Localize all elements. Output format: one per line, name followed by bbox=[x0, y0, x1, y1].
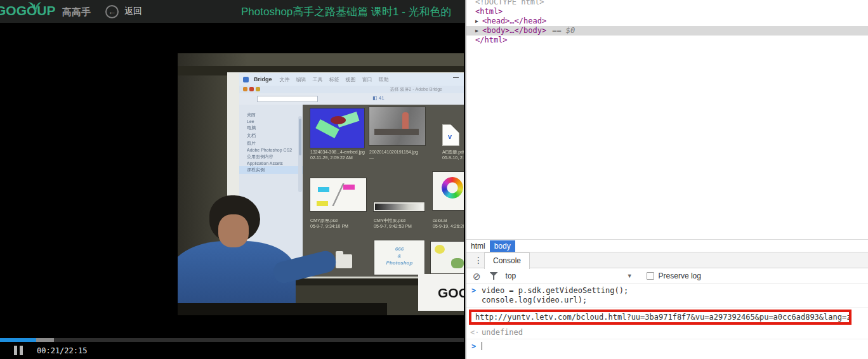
thumbnail-gradient bbox=[374, 202, 424, 211]
bridge-folder-item: 桌面 bbox=[239, 111, 303, 119]
video-page: GOGOUP 高高手 ← 返回 Photoshop高手之路基础篇 课时1 - 光… bbox=[0, 0, 465, 359]
breadcrumb-html[interactable]: html bbox=[466, 240, 490, 252]
console-code-line: video = p.sdk.getVideoSetting(); bbox=[482, 286, 863, 296]
dollar-zero-hint: == $0 bbox=[552, 26, 575, 35]
drawer-tabbar: ⋮ Console bbox=[466, 252, 868, 268]
text-cursor bbox=[482, 342, 482, 350]
video-frame[interactable]: Bridge 文件 编辑 工具 标签 视图 窗口 帮助 — 选择 双屏2 - A… bbox=[178, 53, 464, 315]
bridge-toolbar-glyph: ◧ 41 bbox=[372, 95, 385, 101]
back-label: 返回 bbox=[124, 6, 142, 17]
watermark-box: GOG bbox=[418, 274, 464, 311]
execution-context-select[interactable]: top ▼ bbox=[506, 271, 633, 280]
bridge-path-box bbox=[257, 96, 318, 102]
page: GOGOUP 高高手 ← 返回 Photoshop高手之路基础篇 课时1 - 光… bbox=[0, 0, 868, 359]
preserve-log-label: Preserve log bbox=[659, 271, 701, 280]
bridge-menu-file: 文件 bbox=[280, 76, 290, 83]
body-node-selected[interactable]: ▶<body>…</body>== $0 bbox=[466, 26, 868, 36]
leaf-icon bbox=[28, 1, 42, 13]
console-messages: > video = p.sdk.getVideoSetting(); conso… bbox=[466, 284, 868, 353]
console-code-line: console.log(video.url); bbox=[482, 296, 863, 305]
filter-icon[interactable] bbox=[490, 272, 498, 280]
html-close-node[interactable]: </html> bbox=[466, 36, 868, 45]
minimize-icon: — bbox=[453, 74, 459, 81]
logged-video-url[interactable]: http://yuntv.letv.com/bcloud.html?uu=3ba… bbox=[475, 313, 852, 322]
bridge-scrollbar bbox=[298, 116, 302, 192]
pdf-file-icon bbox=[442, 124, 459, 146]
bridge-folder-item: Adobe Photoshop CS2 bbox=[239, 147, 303, 153]
progress-bar[interactable] bbox=[0, 338, 464, 342]
file-label: color.ai05-9-19, 4:26:20 A bbox=[433, 218, 464, 229]
file-label: 20020141020191154.jpg— bbox=[369, 149, 428, 160]
highlighted-log-annotation: http://yuntv.letv.com/bcloud.html?uu=3ba… bbox=[469, 310, 852, 325]
overflow-menu-icon[interactable]: ⋮ bbox=[474, 255, 483, 265]
console-toolbar: ⊘ top ▼ Preserve log bbox=[466, 268, 868, 284]
time-display: 00:21/22:15 bbox=[37, 346, 87, 355]
bridge-menu-view: 视图 bbox=[346, 76, 356, 83]
devtools-panel: <!DOCTYPE html> <html> ▶<head>…</head> ▶… bbox=[465, 0, 868, 359]
bridge-app-icon bbox=[243, 77, 249, 82]
preserve-log-toggle[interactable]: Preserve log bbox=[647, 271, 701, 280]
bridge-menu-help: 帮助 bbox=[379, 76, 389, 83]
course-title: Photoshop高手之路基础篇 课时1 - 光和色的 bbox=[241, 4, 465, 19]
expand-arrow-icon[interactable]: ▶ bbox=[475, 16, 482, 26]
bridge-window-title: Bridge bbox=[254, 76, 272, 82]
bridge-menu-label: 标签 bbox=[329, 76, 339, 83]
preserve-log-checkbox[interactable] bbox=[647, 272, 654, 280]
presenter-face bbox=[218, 214, 249, 247]
desk bbox=[178, 303, 387, 315]
chevron-down-icon: ▼ bbox=[627, 273, 633, 279]
bridge-folder-item: 公用图例内容 bbox=[239, 153, 303, 160]
bridge-folder-item: Lee bbox=[239, 119, 303, 124]
bridge-control-dots bbox=[243, 87, 260, 91]
bridge-toolbar: ◧ 41 bbox=[239, 93, 464, 105]
bridge-folder-item: 文档 bbox=[239, 132, 303, 140]
breadcrumb-body[interactable]: body bbox=[490, 240, 515, 252]
back-button[interactable]: ← 返回 bbox=[105, 4, 142, 19]
bridge-folder-item-selected: 课程实例 bbox=[239, 166, 303, 174]
console-result-row: <· undefined bbox=[466, 327, 868, 339]
elements-tree: <!DOCTYPE html> <html> ▶<head>…</head> ▶… bbox=[466, 0, 868, 45]
site-logo[interactable]: GOGOUP 高高手 bbox=[0, 3, 91, 18]
html-open-node[interactable]: <html> bbox=[466, 7, 868, 16]
pause-button[interactable] bbox=[14, 346, 24, 355]
result-arrow-icon: <· bbox=[470, 328, 479, 337]
input-chevron-icon: > bbox=[471, 286, 476, 296]
file-label: CMY中性灰.psd05-9-7, 9:42:53 PM bbox=[374, 218, 430, 229]
player-control-bar: 00:21/22:15 bbox=[0, 335, 464, 359]
thumbnail-photo bbox=[369, 107, 425, 145]
bridge-titlebar: Bridge 文件 编辑 工具 标签 视图 窗口 帮助 — bbox=[239, 73, 464, 86]
bridge-menu-tools: 工具 bbox=[313, 76, 323, 83]
result-value: undefined bbox=[482, 328, 523, 337]
thumbnail-light-diagram bbox=[431, 242, 464, 273]
played-bar bbox=[0, 338, 36, 342]
logo-cjk-text: 高高手 bbox=[62, 6, 91, 17]
page-header: GOGOUP 高高手 ← 返回 Photoshop高手之路基础篇 课时1 - 光… bbox=[0, 0, 465, 23]
bridge-folder-item: Application Assets bbox=[239, 160, 303, 166]
bridge-session-label: 选择 双屏2 - Adobe Bridge bbox=[390, 86, 442, 93]
bridge-folder-item: 图片 bbox=[239, 140, 303, 147]
bridge-folder-item: 电脑 bbox=[239, 124, 303, 132]
thumbnail-pinwheel bbox=[310, 108, 364, 148]
console-input-echo: > video = p.sdk.getVideoSetting(); conso… bbox=[466, 284, 868, 308]
context-value: top bbox=[506, 271, 627, 280]
tab-console[interactable]: Console bbox=[484, 252, 530, 269]
folder-icon bbox=[336, 254, 352, 268]
prompt-chevron-icon: > bbox=[471, 342, 476, 351]
head-node[interactable]: ▶<head>…</head> bbox=[466, 16, 868, 26]
expand-arrow-icon[interactable]: ▶ bbox=[475, 26, 482, 36]
bridge-menu-edit: 编辑 bbox=[296, 76, 306, 83]
doctype-node[interactable]: <!DOCTYPE html> bbox=[466, 0, 868, 7]
watermark-text: GOG bbox=[438, 285, 464, 301]
presenter bbox=[178, 195, 324, 315]
thumbnail-note-card: 666 & Photoshop bbox=[374, 240, 424, 275]
breadcrumb: html body bbox=[466, 239, 868, 252]
bridge-menu-window: 窗口 bbox=[362, 76, 372, 83]
thumbnail-color-wheel bbox=[433, 172, 464, 210]
file-label: AE图册.pdf05-9-10, 2:51:47 PM bbox=[442, 149, 464, 160]
back-arrow-icon: ← bbox=[105, 5, 119, 18]
console-prompt-row[interactable]: > bbox=[466, 339, 868, 353]
bridge-subtitle-row: 选择 双屏2 - Adobe Bridge bbox=[239, 86, 464, 93]
file-label: 1324034-308...4-embed.jpg02-11-29, 2:09:… bbox=[310, 149, 369, 160]
clear-console-icon[interactable]: ⊘ bbox=[473, 271, 481, 281]
